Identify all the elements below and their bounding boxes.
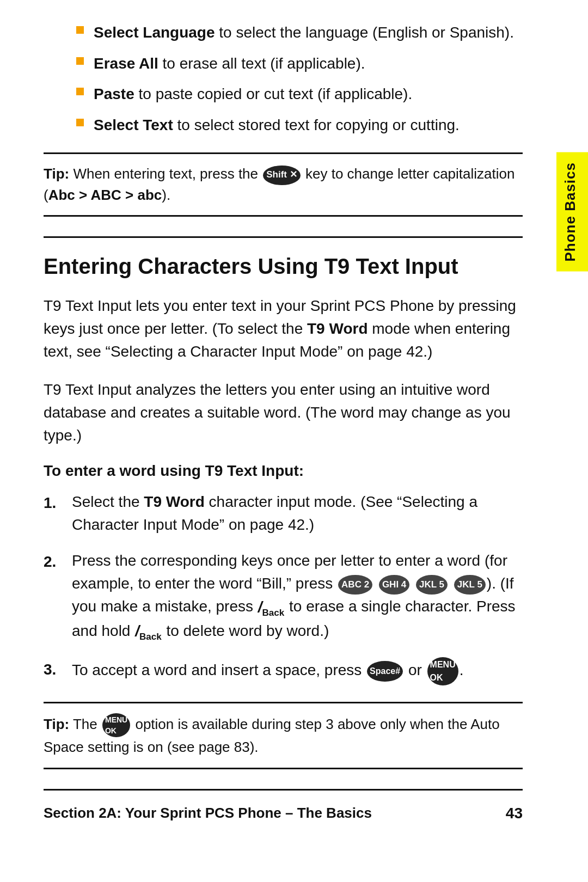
back-icon-1: /Back	[258, 596, 284, 620]
list-content-3: To accept a word and insert a space, pre…	[72, 657, 523, 685]
page-wrapper: Phone Basics Select Language to select t…	[0, 0, 588, 844]
bullet-term-4: Select Text	[94, 117, 173, 133]
list-number-2: 2.	[44, 549, 72, 573]
item1-before: Select the	[72, 493, 144, 510]
tip2-text: The	[69, 716, 101, 732]
tip1-bold-seq: Abc > ABC > abc	[48, 187, 162, 203]
bullet-term-1: Select Language	[94, 24, 215, 41]
footer-bar: Section 2A: Your Sprint PCS Phone – The …	[44, 789, 523, 822]
list-item: Select Text to select stored text for co…	[76, 114, 523, 137]
tip2-label: Tip:	[44, 716, 69, 732]
tip2-menu-ok-icon: MENUOK	[102, 713, 130, 738]
list-content-2: Press the corresponding keys once per le…	[72, 549, 523, 644]
jkl5-key-icon: JKL 5	[416, 575, 448, 595]
bullet-text-2: Erase All to erase all text (if applicab…	[94, 53, 365, 75]
paragraph-1: T9 Text Input lets you enter text in you…	[44, 295, 523, 363]
ghi4-key-icon: GHI 4	[379, 575, 409, 595]
list-number-3: 3.	[44, 657, 72, 681]
bullet-text-4: Select Text to select stored text for co…	[94, 114, 460, 137]
list-item: Erase All to erase all text (if applicab…	[76, 53, 523, 75]
tip1-before: When entering text, press the	[69, 166, 262, 182]
side-tab: Phone Basics	[556, 152, 588, 272]
bullet-icon	[76, 88, 84, 95]
side-tab-label: Phone Basics	[562, 162, 578, 262]
numbered-item-3: 3. To accept a word and insert a space, …	[44, 657, 523, 685]
menu-ok-key-icon: MENUOK	[427, 657, 458, 685]
list-item: Paste to paste copied or cut text (if ap…	[76, 83, 523, 106]
bullet-icon	[76, 26, 84, 34]
numbered-item-2: 2. Press the corresponding keys once per…	[44, 549, 523, 644]
item3-or: or	[404, 661, 426, 678]
space-hash-key-icon: Space#	[367, 661, 403, 682]
bullet-text-1: Select Language to select the language (…	[94, 22, 514, 44]
bullet-icon	[76, 57, 84, 65]
abc2-key-icon: ABC 2	[338, 575, 372, 595]
paragraph-2: T9 Text Input analyzes the letters you e…	[44, 378, 523, 447]
t9word-bold: T9 Word	[307, 320, 367, 337]
tip1-end: ).	[162, 187, 170, 203]
back-icon-2: /Back	[135, 620, 161, 644]
footer-page-number: 43	[506, 805, 523, 822]
item1-bold: T9 Word	[144, 493, 204, 510]
bullet-list: Select Language to select the language (…	[44, 22, 523, 136]
list-content-1: Select the T9 Word character input mode.…	[72, 491, 523, 536]
item3-before: To accept a word and insert a space, pre…	[72, 661, 366, 678]
bullet-term-2: Erase All	[94, 55, 158, 72]
tip-box-2: Tip: The MENUOK option is available duri…	[44, 702, 523, 769]
tip1-label: Tip:	[44, 166, 69, 182]
list-number-1: 1.	[44, 491, 72, 514]
numbered-item-1: 1. Select the T9 Word character input mo…	[44, 491, 523, 536]
section-heading: Entering Characters Using T9 Text Input	[44, 236, 523, 279]
item2-end: to delete word by word.)	[162, 622, 329, 639]
numbered-list: 1. Select the T9 Word character input mo…	[44, 491, 523, 685]
jkl5b-key-icon: JKL 5	[454, 575, 486, 595]
item3-end: .	[460, 661, 464, 678]
bullet-term-3: Paste	[94, 85, 134, 102]
footer-section-text: Section 2A: Your Sprint PCS Phone – The …	[44, 805, 372, 822]
bullet-icon	[76, 119, 84, 126]
bullet-text-3: Paste to paste copied or cut text (if ap…	[94, 83, 412, 106]
tip-box-1: Tip: When entering text, press the Shift…	[44, 152, 523, 217]
shift-key-icon: Shift ✕	[263, 166, 301, 185]
subheading: To enter a word using T9 Text Input:	[44, 462, 523, 480]
list-item: Select Language to select the language (…	[76, 22, 523, 44]
